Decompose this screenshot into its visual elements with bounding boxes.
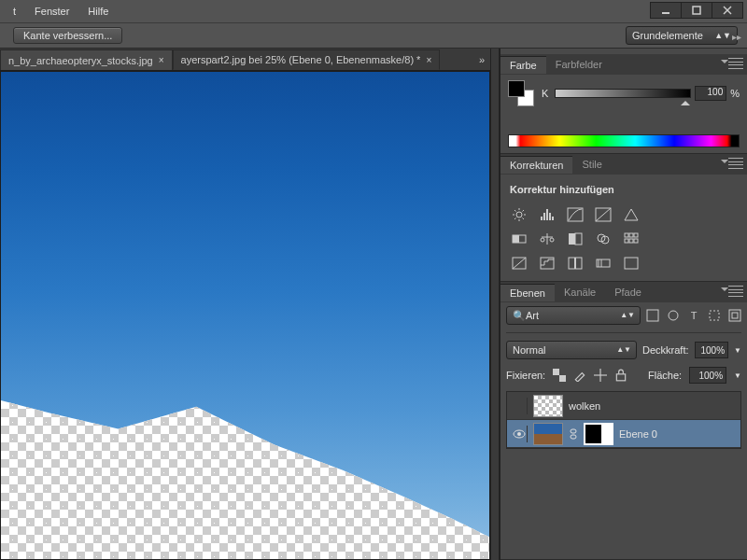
refine-edge-button[interactable]: Kante verbessern... — [13, 27, 122, 44]
channel-label: K — [542, 88, 551, 99]
layer-thumbnail[interactable] — [533, 423, 563, 445]
svg-rect-35 — [634, 239, 638, 243]
mask-thumbnail[interactable] — [584, 423, 613, 445]
close-icon[interactable]: × — [159, 55, 164, 65]
tab-styles[interactable]: Stile — [572, 156, 611, 173]
layer-filter-dropdown[interactable]: 🔍 Art ▲▼ — [506, 306, 641, 325]
gradient-map-icon[interactable] — [594, 255, 613, 272]
svg-line-9 — [514, 210, 516, 212]
hue-icon[interactable] — [510, 231, 529, 247]
tab-overflow-icon[interactable]: » — [479, 54, 485, 65]
tab-paths[interactable]: Pfade — [605, 284, 651, 301]
threshold-icon[interactable] — [566, 255, 585, 272]
svg-point-25 — [550, 238, 554, 242]
menu-fenster[interactable]: Fenster — [25, 3, 78, 20]
tab-layers[interactable]: Ebenen — [500, 284, 555, 301]
svg-rect-57 — [571, 435, 576, 439]
layer-row[interactable]: wolken — [507, 392, 740, 420]
workspace-switcher[interactable]: Grundelemente ▲▼ — [626, 26, 738, 45]
lock-all-icon[interactable] — [614, 369, 627, 382]
filter-pixel-icon[interactable] — [646, 309, 659, 322]
percent-label: % — [730, 88, 740, 99]
svg-rect-53 — [617, 374, 626, 381]
k-slider[interactable] — [555, 89, 691, 98]
document-tab-1[interactable]: n_by_archaeopteryx_stocks.jpg × — [0, 49, 173, 70]
layer-name[interactable]: wolken — [569, 400, 600, 412]
svg-point-55 — [517, 432, 521, 436]
layer-name[interactable]: Ebene 0 — [619, 428, 657, 440]
visibility-toggle[interactable] — [511, 426, 528, 442]
workspace-label: Grundelemente — [632, 30, 703, 41]
svg-line-11 — [514, 218, 516, 220]
exposure-icon[interactable] — [594, 206, 613, 223]
menu-hilfe[interactable]: Hilfe — [78, 3, 118, 20]
menu-partial[interactable]: t — [4, 3, 25, 20]
adjustment-title: Korrektur hinzufügen — [508, 180, 740, 203]
levels-icon[interactable] — [538, 206, 557, 223]
filter-shape-icon[interactable] — [708, 309, 721, 322]
lock-paint-icon[interactable] — [573, 369, 586, 382]
mask-link-icon[interactable] — [569, 428, 578, 440]
chevron-down-icon[interactable]: ▼ — [734, 346, 741, 355]
color-swatches[interactable] — [508, 80, 534, 106]
document-tab-2[interactable]: ayerspart2.jpg bei 25% (Ebene 0, Ebenenm… — [173, 49, 441, 70]
layer-row[interactable]: Ebene 0 — [507, 420, 740, 448]
photo-filter-icon[interactable] — [594, 231, 613, 247]
svg-rect-43 — [625, 258, 638, 269]
panel-menu-icon[interactable] — [728, 58, 743, 69]
vibrance-icon[interactable] — [622, 206, 641, 223]
lock-transparency-icon[interactable] — [553, 369, 566, 382]
fill-input[interactable]: 100% — [689, 367, 726, 384]
filter-type-icon[interactable]: T — [687, 309, 700, 322]
svg-rect-33 — [625, 239, 628, 243]
opacity-label: Deckkraft: — [642, 344, 689, 356]
filter-smart-icon[interactable] — [728, 309, 741, 322]
search-icon: 🔍 — [513, 310, 526, 322]
svg-line-12 — [523, 210, 525, 212]
posterize-icon[interactable] — [538, 255, 557, 272]
maximize-button[interactable] — [681, 2, 712, 19]
panel-gutter[interactable] — [490, 49, 500, 560]
bw-icon[interactable] — [566, 231, 585, 247]
svg-rect-22 — [513, 235, 519, 243]
tab-adjustments[interactable]: Korrekturen — [500, 156, 572, 174]
close-icon[interactable]: × — [426, 55, 431, 65]
invert-icon[interactable] — [510, 255, 529, 272]
tab-color[interactable]: Farbe — [500, 56, 546, 74]
document-canvas[interactable] — [0, 71, 490, 560]
tab-channels[interactable]: Kanäle — [555, 284, 605, 301]
fill-label: Fläche: — [648, 370, 682, 381]
collapse-panels-icon[interactable]: ▸▸ — [732, 32, 741, 42]
svg-rect-31 — [629, 233, 633, 237]
color-spectrum[interactable] — [508, 134, 740, 147]
filter-label: Art — [526, 310, 539, 321]
close-button[interactable] — [712, 2, 743, 19]
curves-icon[interactable] — [566, 206, 585, 223]
chevron-updown-icon: ▲▼ — [714, 33, 731, 39]
svg-rect-50 — [559, 375, 566, 382]
opacity-input[interactable]: 100% — [695, 342, 729, 358]
layer-thumbnail[interactable] — [533, 395, 563, 417]
chevron-down-icon[interactable]: ▼ — [734, 371, 741, 380]
filter-adjust-icon[interactable] — [667, 309, 680, 322]
visibility-toggle[interactable] — [511, 398, 528, 414]
channel-mixer-icon[interactable] — [622, 231, 641, 247]
brightness-icon[interactable] — [510, 206, 529, 223]
selective-color-icon[interactable] — [622, 255, 641, 272]
svg-rect-1 — [693, 7, 700, 14]
svg-rect-27 — [575, 233, 582, 245]
lock-position-icon[interactable] — [594, 369, 607, 382]
blend-mode-dropdown[interactable]: Normal ▲▼ — [506, 341, 637, 359]
k-value-input[interactable]: 100 — [695, 86, 726, 101]
panel-menu-icon[interactable] — [728, 158, 743, 169]
foreground-swatch[interactable] — [508, 80, 525, 97]
tab-swatches[interactable]: Farbfelder — [546, 56, 612, 73]
panel-menu-icon[interactable] — [728, 286, 743, 297]
svg-rect-15 — [546, 209, 548, 220]
svg-point-24 — [541, 238, 544, 242]
color-balance-icon[interactable] — [538, 231, 557, 247]
minimize-button[interactable] — [650, 2, 682, 19]
svg-rect-44 — [647, 310, 658, 321]
svg-line-10 — [523, 218, 525, 220]
svg-rect-30 — [625, 233, 628, 237]
